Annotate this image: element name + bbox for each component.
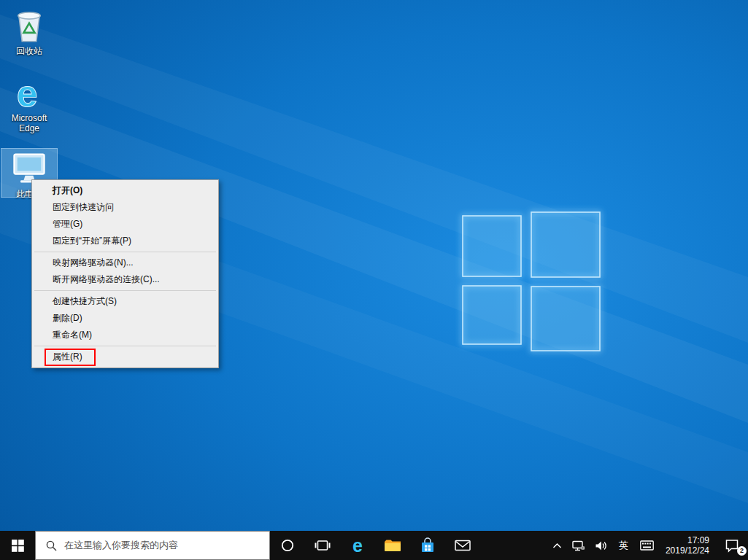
touch-keyboard-icon [640,540,654,551]
clock-time: 17:09 [687,535,709,545]
menu-item-disconnect-network-drive[interactable]: 断开网络驱动器的连接(C)... [32,271,218,288]
properties-highlight-box: 属性(R) [45,349,96,366]
touch-keyboard-button[interactable] [635,531,659,560]
chevron-up-icon [552,542,562,549]
desktop-icon-label: Microsoft Edge [1,113,57,133]
menu-separator [34,290,216,291]
edge-icon: e [352,537,363,555]
volume-button[interactable] [590,531,612,560]
taskbar: 在这里输入你要搜索的内容 e [0,531,748,560]
task-view-icon [315,539,331,552]
network-button[interactable] [567,531,590,560]
menu-separator [34,346,216,346]
ime-indicator[interactable]: 英 [612,531,635,560]
svg-text:e: e [17,73,38,111]
file-explorer-button[interactable] [375,531,410,560]
recycle-bin-icon [10,6,48,44]
windows-start-icon [12,540,24,552]
microsoft-store-button[interactable] [410,531,445,560]
clock[interactable]: 17:09 2019/12/24 [659,531,716,560]
system-tray: 英 17:09 2019/12/24 2 [547,531,748,560]
file-explorer-icon [384,538,401,553]
network-icon [572,540,585,551]
action-center-button[interactable]: 2 [716,531,748,560]
task-view-button[interactable] [305,531,340,560]
menu-item-delete[interactable]: 删除(D) [32,310,218,327]
tray-chevron-up-button[interactable] [547,531,567,560]
context-menu: 打开(O) 固定到快速访问 管理(G) 固定到“开始”屏幕(P) 映射网络驱动器… [31,179,219,368]
menu-item-properties[interactable]: 属性(R) [32,349,218,365]
desktop-icon-microsoft-edge[interactable]: e Microsoft Edge [1,73,57,133]
desktop: 回收站 e Microsoft Edge 此电脑 打开(O) 固定到快速访问 管… [0,0,748,560]
edge-icon: e [10,73,48,111]
menu-item-pin-quick-access[interactable]: 固定到快速访问 [32,199,218,216]
menu-item-create-shortcut[interactable]: 创建快捷方式(S) [32,293,218,310]
menu-item-pin-to-start[interactable]: 固定到“开始”屏幕(P) [32,233,218,249]
desktop-icon-recycle-bin[interactable]: 回收站 [1,6,57,56]
menu-item-map-network-drive[interactable]: 映射网络驱动器(N)... [32,254,218,271]
cortana-icon [280,538,295,553]
mail-button[interactable] [445,531,480,560]
menu-item-open[interactable]: 打开(O) [32,182,218,199]
notification-badge: 2 [737,546,747,556]
cortana-button[interactable] [270,531,305,560]
start-button[interactable] [0,531,35,560]
edge-taskbar-button[interactable]: e [340,531,375,560]
menu-item-manage[interactable]: 管理(G) [32,216,218,233]
taskbar-search-input[interactable]: 在这里输入你要搜索的内容 [35,531,270,560]
microsoft-store-icon [420,537,436,553]
menu-item-rename[interactable]: 重命名(M) [32,327,218,343]
desktop-icon-label: 回收站 [1,46,57,56]
mail-icon [455,539,471,552]
search-icon [46,540,57,551]
volume-icon [595,540,607,551]
menu-separator [34,252,216,252]
clock-date: 2019/12/24 [666,545,709,556]
search-placeholder: 在这里输入你要搜索的内容 [64,539,178,552]
